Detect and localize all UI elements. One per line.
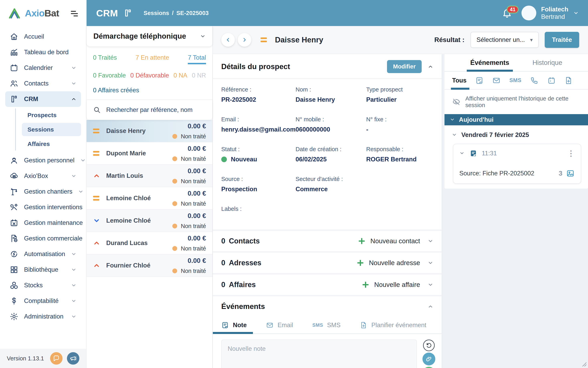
chevron-down-icon[interactable] [459, 151, 465, 156]
today-group-header[interactable]: Aujourd'hui [445, 114, 588, 125]
field-responsable: ROGER Bertrand [366, 156, 433, 163]
sidebar-item-gestion-chantiers[interactable]: Gestion chantiers [5, 184, 81, 199]
prospect-row[interactable]: Durand Lucas 0.00 € Non traité [86, 232, 212, 255]
tab-sms[interactable]: SMS SMS [312, 322, 341, 329]
breadcrumb-section[interactable]: Sessions [144, 10, 169, 16]
sidebar-item-calendrier[interactable]: Calendrier [5, 60, 81, 76]
gear-icon [9, 312, 19, 321]
contacts-icon [9, 79, 19, 88]
active-tab-underline [467, 70, 513, 72]
sidebar-item-bibliotheque[interactable]: Bibliothèque [5, 262, 81, 277]
filter-file-plus-icon[interactable] [564, 76, 573, 85]
sidebar-item-stocks[interactable]: Stocks [5, 277, 81, 293]
filter-email-icon[interactable] [492, 76, 501, 85]
filter-calendar-icon[interactable] [547, 76, 556, 85]
sidebar-item-tableau-de-bord[interactable]: Tableau de bord [5, 45, 81, 60]
tab-historique[interactable]: Historique [532, 54, 562, 71]
date-group-header[interactable]: Vendredi 7 février 2025 [445, 125, 588, 143]
collapse-section-icon[interactable] [428, 64, 433, 69]
note-input[interactable]: Nouvelle note [221, 340, 417, 368]
resize-handle[interactable] [582, 362, 586, 366]
new-contact-button[interactable]: Nouveau contact [370, 237, 420, 245]
next-prospect-button[interactable] [238, 33, 251, 47]
tab-email[interactable]: Email [266, 321, 293, 329]
attach-file-button[interactable] [422, 353, 435, 365]
chevron-down-icon[interactable] [428, 260, 433, 266]
user-name: Bertrand [541, 13, 568, 20]
sidebar-collapse-icon[interactable] [70, 9, 79, 17]
status-dot [172, 156, 177, 161]
plus-icon [361, 281, 370, 289]
filter-note-icon[interactable] [475, 76, 484, 85]
chevron-down-icon [80, 157, 86, 163]
mark-treated-button[interactable]: Traitée [545, 32, 579, 48]
plus-icon [358, 237, 366, 245]
user-menu[interactable]: Foliatech Bertrand [522, 6, 579, 20]
prospect-row[interactable]: Lemoine Chloé 0.00 € Non traité [86, 187, 212, 210]
modify-button[interactable]: Modifier [387, 60, 422, 73]
image-attachment-icon[interactable] [566, 169, 575, 178]
adresses-section-bar[interactable]: 0Adresses Nouvelle adresse [213, 251, 442, 273]
stat-total[interactable]: 7 Total [188, 54, 206, 64]
chevron-down-icon[interactable] [428, 282, 433, 287]
undo-button[interactable] [423, 340, 435, 351]
tab-planifier-evenement[interactable]: Planifier événement [360, 321, 426, 329]
previous-prospect-button[interactable] [221, 33, 235, 47]
sidebar-item-administration[interactable]: Administration [5, 309, 81, 324]
priority-medium-icon [93, 129, 101, 133]
attachment-count: 3 [559, 170, 562, 177]
tab-note[interactable]: Note [221, 321, 247, 329]
prospect-title: Daisse Henry [275, 36, 323, 44]
filter-phone-icon[interactable] [530, 76, 539, 85]
filter-all[interactable]: Tous [452, 72, 466, 89]
prospect-row[interactable]: Lemoine Chloé 0.00 € Non traité [86, 210, 212, 232]
sidebar-item-accueil[interactable]: Accueil [5, 29, 81, 45]
sidebar-item-gestion-maintenance[interactable]: Gestion maintenance [5, 215, 81, 231]
submit-note-button[interactable] [422, 367, 435, 368]
sidebar-item-sessions[interactable]: Sessions [22, 123, 81, 136]
prospect-row[interactable]: Daisse Henry 0.00 € Non traité [86, 120, 212, 142]
filter-sms-icon[interactable]: SMS [509, 77, 522, 83]
sidebar-item-automatisation[interactable]: Automatisation [5, 246, 81, 262]
session-only-toggle[interactable]: Afficher uniquement l'historique de cett… [445, 90, 588, 114]
chat-support-button[interactable] [50, 352, 63, 365]
sidebar-item-gestion-personnel[interactable]: Gestion personnel [5, 153, 81, 168]
contacts-section-bar[interactable]: 0Contacts Nouveau contact [213, 230, 442, 251]
stat-nr: 0 NR [192, 72, 206, 79]
event-card[interactable]: 11:31 ⋮ Source: Fiche PR-2025002 3 [453, 144, 581, 184]
events-section-bar[interactable]: Événements [213, 295, 442, 317]
prospect-row[interactable]: Fournier Chloé 0.00 € Non traité [86, 255, 212, 277]
chevron-down-icon[interactable] [428, 238, 433, 244]
new-affaire-button[interactable]: Nouvelle affaire [374, 281, 420, 288]
prospect-row[interactable]: Dupont Marie 0.00 € Non traité [86, 142, 212, 165]
prospect-row[interactable]: Martin Louis 0.00 € Non traité [86, 165, 212, 187]
app-logo[interactable]: AxioBat [8, 7, 59, 19]
note-icon [469, 149, 477, 157]
sidebar-item-gestion-commerciale[interactable]: Gestion commerciale [5, 231, 81, 246]
sidebar-item-axiobox[interactable]: Axio'Box [5, 168, 81, 184]
announcements-button[interactable] [67, 352, 79, 365]
tab-evenements[interactable]: Événements [470, 54, 509, 71]
stat-en-attente[interactable]: 7 En attente [135, 54, 169, 64]
chevron-down-icon [71, 251, 76, 257]
chevron-down-icon [71, 298, 76, 304]
field-mobile: 0600000000 [296, 126, 366, 133]
session-selector[interactable]: Démarchage téléphonique [86, 26, 212, 46]
session-panel: Démarchage téléphonique 0 Traités 7 En a… [86, 26, 213, 368]
search-input[interactable] [106, 106, 206, 113]
chevron-up-icon[interactable] [428, 304, 433, 309]
sidebar-item-affaires[interactable]: Affaires [22, 137, 81, 151]
kebab-menu-icon[interactable]: ⋮ [567, 151, 575, 156]
sidebar-item-prospects[interactable]: Prospects [22, 109, 81, 122]
sidebar-item-crm[interactable]: CRM [5, 91, 81, 107]
sidebar-item-comptabilite[interactable]: Comptabilité [5, 293, 81, 309]
breadcrumb-separator: / [172, 10, 174, 16]
affaires-section-bar[interactable]: 0Affaires Nouvelle affaire [213, 273, 442, 295]
notifications-button[interactable]: 41 [502, 7, 513, 19]
result-label: Résultat : [434, 36, 464, 44]
sidebar-item-gestion-interventions[interactable]: Gestion interventions [5, 199, 81, 215]
new-address-button[interactable]: Nouvelle adresse [369, 259, 420, 267]
result-select[interactable]: Sélectionner un... ▾ [471, 32, 539, 48]
sidebar-item-contacts[interactable]: Contacts [5, 76, 81, 91]
field-secteur: Commerce [296, 186, 366, 193]
